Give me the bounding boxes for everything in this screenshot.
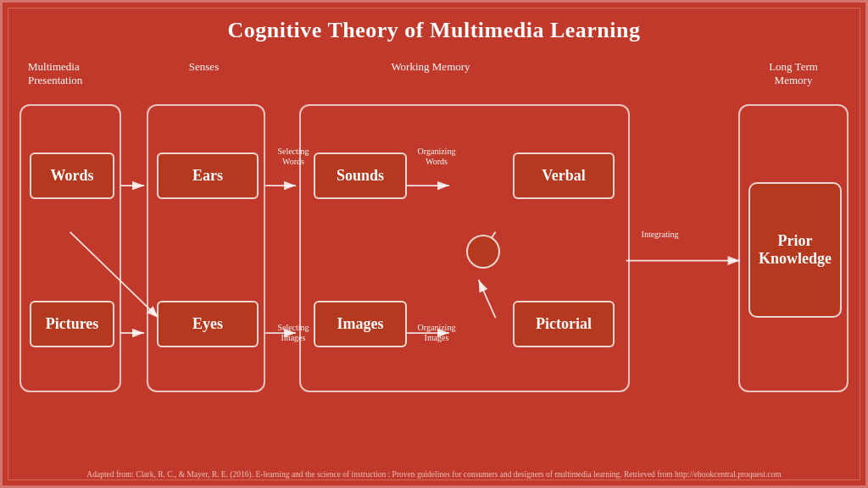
col-multimedia: MultimediaPresentation	[19, 60, 130, 87]
panel-multimedia: Words Pictures	[19, 104, 121, 392]
col-ltm: Long TermMemory	[738, 60, 849, 87]
main-container: Cognitive Theory of Multimedia Learning …	[0, 0, 868, 488]
citation: Adapted from: Clark, R. C., & Mayer, R. …	[3, 470, 865, 479]
box-ears: Ears	[157, 152, 259, 199]
box-pictorial: Pictorial	[513, 301, 615, 347]
column-headers: MultimediaPresentation Senses Working Me…	[19, 60, 849, 87]
diagram: SelectingWords SelectingImages Organizin…	[19, 96, 849, 447]
box-eyes: Eyes	[157, 301, 259, 347]
box-prior-knowledge: Prior Knowledge	[748, 182, 842, 318]
panel-senses: Ears Eyes	[147, 104, 265, 392]
box-verbal: Verbal	[513, 152, 615, 199]
box-sounds: Sounds	[314, 152, 407, 199]
label-integrating: Integrating	[632, 230, 687, 240]
col-working: Working Memory	[287, 60, 575, 87]
col-senses: Senses	[138, 60, 270, 87]
integration-circle	[466, 235, 500, 269]
box-words: Words	[30, 152, 114, 199]
page-title: Cognitive Theory of Multimedia Learning	[3, 3, 865, 43]
box-images: Images	[314, 301, 407, 347]
box-pictures: Pictures	[30, 301, 114, 347]
panel-working: Sounds Images Verbal Pictorial	[299, 104, 630, 392]
panel-ltm: Prior Knowledge	[738, 104, 849, 392]
